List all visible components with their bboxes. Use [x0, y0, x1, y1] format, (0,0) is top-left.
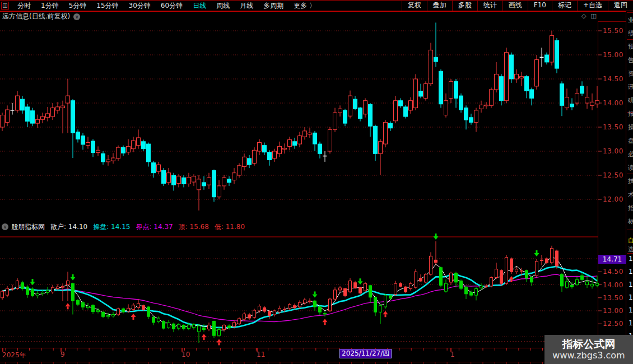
right-sidebar-strip[interactable]: 业绩预告资讯研报操盘必读技术指标自选11111111	[626, 11, 633, 364]
sidebar-tab-char[interactable]: 研	[628, 96, 633, 105]
sidebar-tab-char[interactable]: 操	[628, 123, 633, 132]
sidebar-tab-char[interactable]: 必	[628, 150, 633, 158]
indicator-field: 顶: 15.68	[179, 222, 209, 232]
main-axis-label: 14.00	[603, 99, 623, 107]
lower-axis-label: 14.50	[603, 268, 623, 276]
sidebar-tab-char[interactable]: 技	[628, 177, 633, 185]
chevron-down-icon[interactable]: ∨	[2, 223, 8, 230]
period-tabs: 分时1分钟5分钟15分钟30分钟60分钟日线周线月线多周期更多 〉	[12, 1, 321, 11]
sidebar-clipped-number: 1	[629, 293, 633, 301]
sidebar-tab-char[interactable]: 报	[628, 110, 633, 118]
sidebar-tab-char-active[interactable]: 自	[628, 236, 633, 245]
crosshair-price-tag: 14.71	[598, 255, 626, 264]
trading-terminal: ◫ 分时1分钟5分钟15分钟30分钟60分钟日线周线月线多周期更多 〉 复权叠加…	[0, 0, 633, 364]
sidebar-clipped-number: 1	[629, 281, 633, 288]
window-panel-icon[interactable]: ◫	[1, 2, 9, 10]
sidebar-tab-char[interactable]: 标	[628, 217, 633, 226]
action-多股[interactable]: 多股	[452, 0, 477, 11]
chart-title: 远方信息(日线.前复权)	[2, 12, 70, 21]
timeline-label: 1	[450, 351, 455, 358]
timeline-label: 10	[181, 351, 190, 358]
main-axis-label: 12.00	[603, 195, 623, 203]
main-axis-label: 12.50	[603, 171, 623, 179]
action-叠加[interactable]: 叠加	[427, 0, 452, 11]
sidebar-divider	[627, 174, 633, 174]
main-axis-label: 14.50	[603, 75, 623, 83]
diamond-icon[interactable]: ◇	[581, 12, 586, 20]
period-tab-5分钟[interactable]: 5分钟	[64, 1, 92, 11]
sidebar-clipped-number: 1	[629, 306, 633, 314]
action-+自选[interactable]: +自选	[577, 0, 608, 11]
sidebar-tab-char[interactable]: 讯	[628, 83, 633, 91]
period-tab-分时[interactable]: 分时	[12, 1, 36, 11]
period-tab-多周期[interactable]: 多周期	[258, 1, 288, 11]
chevron-down-icon[interactable]: ∨	[73, 13, 80, 20]
sidebar-tab-char[interactable]: 读	[628, 164, 633, 172]
sidebar-clipped-number: 1	[629, 319, 633, 327]
period-tab-30分钟[interactable]: 30分钟	[124, 1, 156, 11]
lower-axis-label: 13.50	[603, 294, 623, 302]
action-返回[interactable]: 返回	[608, 0, 633, 11]
sidebar-tab-char[interactable]: 资	[628, 69, 633, 78]
period-tab-60分钟[interactable]: 60分钟	[156, 1, 188, 11]
timeline-label: 2025年	[2, 351, 26, 360]
main-axis-label: 13.50	[603, 123, 623, 131]
lower-axis-label: 13.00	[603, 307, 623, 315]
period-tab-月线[interactable]: 月线	[235, 1, 258, 11]
watermark-url: www.zbgs3.com	[552, 350, 625, 361]
action-复权[interactable]: 复权	[402, 0, 427, 11]
sidebar-tab-char[interactable]: 绩	[628, 29, 633, 38]
candlestick-chart-canvas[interactable]	[0, 0, 633, 364]
main-axis-label: 15.50	[603, 27, 623, 35]
sidebar-tab-char[interactable]: 预	[628, 43, 633, 51]
sidebar-clipped-number: 1	[629, 268, 633, 276]
chart-title-bar: 远方信息(日线.前复权) ∨	[0, 12, 598, 21]
indicator-field: 操盘: 14.15	[93, 222, 130, 232]
chart-corner-icons: ◇ ◫	[581, 12, 597, 20]
main-axis-label: 15.00	[603, 51, 623, 59]
sidebar-tab-char[interactable]: 业	[628, 16, 633, 24]
top-toolbar: ◫ 分时1分钟5分钟15分钟30分钟60分钟日线周线月线多周期更多 〉 复权叠加…	[0, 0, 633, 11]
sidebar-clipped-number: 1	[629, 255, 633, 263]
timeline-label: 9	[60, 351, 65, 358]
action-画线[interactable]: 画线	[502, 0, 528, 11]
action-F10[interactable]: F10	[528, 0, 552, 11]
main-axis-label: 13.00	[603, 147, 623, 155]
watermark: 指标公式网 www.zbgs3.com	[544, 335, 633, 364]
action-统计[interactable]: 统计	[477, 0, 502, 11]
sidebar-divider	[627, 12, 633, 13]
panel-toggle-icon[interactable]: ◫	[590, 12, 596, 20]
indicator-source: 股朋指标网	[11, 222, 45, 232]
sidebar-tab-char[interactable]: 盘	[628, 137, 633, 145]
indicator-field: 界点: 14.37	[136, 222, 173, 232]
crosshair-date-tag: 2025/11/27/四	[339, 349, 392, 358]
indicator-header: ∨ 股朋指标网 散户: 14.10操盘: 14.15界点: 14.37顶: 15…	[0, 222, 250, 231]
lower-axis-label: 14.00	[603, 281, 623, 289]
period-tab-日线[interactable]: 日线	[188, 1, 211, 11]
watermark-title: 指标公式网	[562, 338, 616, 350]
sidebar-tab-char[interactable]: 术	[628, 190, 633, 199]
lower-axis-label: 12.50	[603, 320, 623, 328]
indicator-field: 散户: 14.10	[50, 222, 87, 232]
sidebar-tab-char[interactable]: 选	[628, 245, 633, 254]
sidebar-tab-char[interactable]: 指	[628, 204, 633, 212]
sidebar-divider	[627, 39, 633, 40]
period-tab-更多 〉[interactable]: 更多 〉	[288, 1, 321, 11]
sidebar-divider	[627, 230, 633, 230]
indicator-field: 低: 11.80	[215, 222, 245, 232]
sidebar-tab-char[interactable]: 告	[628, 56, 633, 64]
period-tab-15分钟[interactable]: 15分钟	[91, 1, 123, 11]
timeline-label: 11	[257, 351, 265, 358]
period-tab-1分钟[interactable]: 1分钟	[36, 1, 64, 11]
period-tab-周线[interactable]: 周线	[211, 1, 235, 11]
action-标记[interactable]: 标记	[552, 0, 577, 11]
action-buttons: 复权叠加多股统计画线F10标记+自选返回	[402, 0, 633, 11]
